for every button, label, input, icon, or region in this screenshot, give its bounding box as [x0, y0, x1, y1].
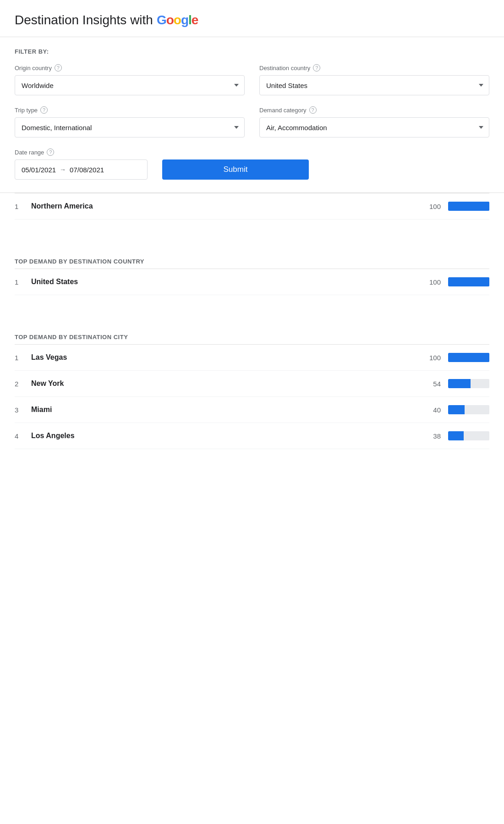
- demand-category-help-icon[interactable]: ?: [309, 106, 317, 114]
- trip-type-select[interactable]: Domestic, International: [15, 117, 245, 137]
- trip-type-help-icon[interactable]: ?: [40, 106, 48, 114]
- trip-type-dropdown-arrow: [234, 126, 239, 129]
- city-section-title: TOP DEMAND BY DESTINATION CITY: [15, 334, 489, 341]
- country-list: 1United States100: [15, 269, 489, 295]
- date-arrow-icon: →: [60, 166, 66, 173]
- google-o2: o: [174, 13, 181, 27]
- result-rank: 1: [15, 203, 31, 210]
- region-list: 1Northern America100: [15, 193, 489, 220]
- result-score: 100: [424, 354, 441, 362]
- title-prefix: Destination Insights with: [15, 13, 153, 27]
- date-range-group: Date range ? 05/01/2021 → 07/08/2021: [15, 148, 148, 180]
- submit-button[interactable]: Submit: [162, 159, 309, 180]
- origin-country-select[interactable]: Worldwide: [15, 75, 245, 95]
- filter-row-1: Origin country ? Worldwide Destination c…: [15, 64, 489, 95]
- bar-track: [448, 405, 489, 414]
- filter-section: FILTER BY: Origin country ? Worldwide De…: [0, 37, 504, 193]
- list-item: 3Miami40: [15, 397, 489, 423]
- result-rank: 4: [15, 432, 31, 440]
- result-rank: 2: [15, 380, 31, 388]
- city-results-section: 1Las Vegas1002New York543Miami404Los Ang…: [0, 345, 504, 449]
- bar-fill: [448, 277, 489, 286]
- demand-category-dropdown-arrow: [479, 126, 483, 129]
- result-score: 38: [424, 432, 441, 440]
- page-title: Destination Insights with Google: [15, 13, 489, 27]
- google-logo: Google: [157, 13, 198, 27]
- result-name: Miami: [31, 406, 424, 414]
- destination-country-help-icon[interactable]: ?: [313, 64, 320, 71]
- result-score: 100: [424, 278, 441, 286]
- country-results-section: 1United States100: [0, 269, 504, 295]
- date-end: 07/08/2021: [70, 166, 104, 174]
- demand-category-label: Demand category ?: [259, 106, 489, 114]
- bar-track: [448, 431, 489, 440]
- list-item: 1Northern America100: [15, 193, 489, 220]
- filter-label: FILTER BY:: [15, 48, 489, 55]
- date-range-label: Date range ?: [15, 148, 148, 156]
- destination-country-group: Destination country ? United States: [259, 64, 489, 95]
- bar-track: [448, 277, 489, 286]
- demand-category-value: Air, Accommodation: [266, 124, 471, 132]
- result-score: 54: [424, 380, 441, 388]
- google-l: l: [188, 13, 192, 27]
- result-name: United States: [31, 278, 424, 286]
- result-name: Northern America: [31, 202, 424, 210]
- result-name: Los Angeles: [31, 432, 424, 440]
- origin-country-value: Worldwide: [22, 82, 226, 89]
- destination-country-dropdown-arrow: [479, 84, 483, 87]
- result-name: New York: [31, 379, 424, 388]
- bar-track: [448, 353, 489, 362]
- list-item: 1Las Vegas100: [15, 345, 489, 371]
- google-g: g: [181, 13, 188, 27]
- date-range-input[interactable]: 05/01/2021 → 07/08/2021: [15, 159, 148, 180]
- origin-country-help-icon[interactable]: ?: [55, 64, 62, 71]
- google-e: e: [192, 13, 198, 27]
- origin-country-group: Origin country ? Worldwide: [15, 64, 245, 95]
- google-G: G: [157, 13, 166, 27]
- country-section-header: TOP DEMAND BY DESTINATION COUNTRY: [0, 242, 504, 269]
- city-list: 1Las Vegas1002New York543Miami404Los Ang…: [15, 345, 489, 449]
- result-rank: 3: [15, 406, 31, 414]
- top-region-section: 1Northern America100: [0, 193, 504, 220]
- list-item: 1United States100: [15, 269, 489, 295]
- result-score: 100: [424, 203, 441, 210]
- country-section-title: TOP DEMAND BY DESTINATION COUNTRY: [15, 258, 489, 265]
- bar-fill: [448, 353, 489, 362]
- bar-fill: [448, 202, 489, 211]
- bar-track: [448, 379, 489, 388]
- demand-category-select[interactable]: Air, Accommodation: [259, 117, 489, 137]
- date-range-row: Date range ? 05/01/2021 → 07/08/2021 Sub…: [15, 148, 489, 180]
- result-name: Las Vegas: [31, 353, 424, 362]
- origin-country-dropdown-arrow: [234, 84, 239, 87]
- filter-row-2: Trip type ? Domestic, International Dema…: [15, 106, 489, 137]
- trip-type-group: Trip type ? Domestic, International: [15, 106, 245, 137]
- bar-fill: [448, 379, 471, 388]
- bar-fill: [448, 405, 465, 414]
- destination-country-value: United States: [266, 82, 471, 89]
- list-item: 4Los Angeles38: [15, 423, 489, 449]
- list-item: 2New York54: [15, 371, 489, 397]
- date-start: 05/01/2021: [22, 166, 56, 174]
- bar-fill: [448, 431, 464, 440]
- result-score: 40: [424, 406, 441, 414]
- demand-category-group: Demand category ? Air, Accommodation: [259, 106, 489, 137]
- origin-country-label: Origin country ?: [15, 64, 245, 71]
- date-range-help-icon[interactable]: ?: [47, 148, 54, 156]
- bar-track: [448, 202, 489, 211]
- trip-type-label: Trip type ?: [15, 106, 245, 114]
- result-rank: 1: [15, 278, 31, 286]
- destination-country-label: Destination country ?: [259, 64, 489, 71]
- destination-country-select[interactable]: United States: [259, 75, 489, 95]
- city-section-header: TOP DEMAND BY DESTINATION CITY: [0, 317, 504, 344]
- result-rank: 1: [15, 354, 31, 362]
- trip-type-value: Domestic, International: [22, 124, 226, 132]
- google-o1: o: [166, 13, 174, 27]
- header: Destination Insights with Google: [0, 0, 504, 37]
